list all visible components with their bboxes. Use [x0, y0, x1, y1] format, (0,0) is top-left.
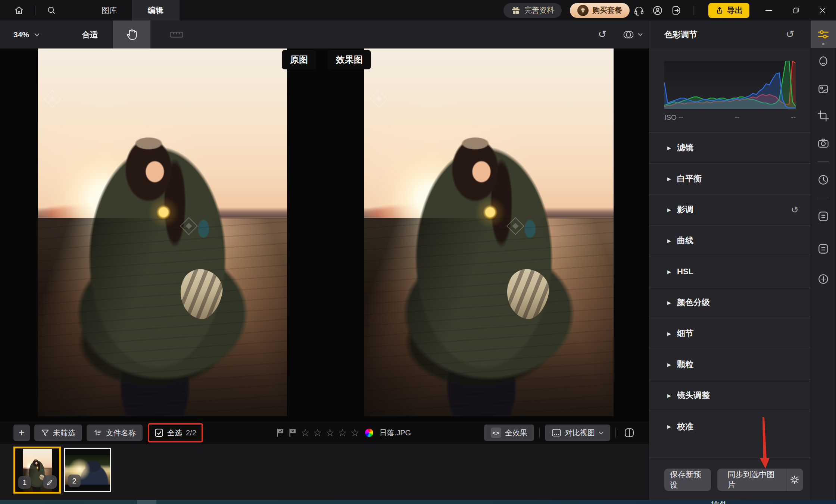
ruler-tool-button[interactable]	[165, 21, 188, 48]
sort-button[interactable]: 文件名称	[87, 425, 143, 441]
star-icon[interactable]: ☆	[313, 428, 322, 438]
restore-button[interactable]	[782, 0, 809, 21]
before-after-control[interactable]	[622, 29, 643, 40]
search-button[interactable]	[38, 0, 65, 21]
section-white-balance[interactable]: ▶ 白平衡	[649, 163, 811, 194]
add-photo-button[interactable]: +	[13, 425, 30, 441]
split-view-button[interactable]	[621, 425, 637, 441]
crop-icon	[817, 109, 830, 123]
view-controls: <> 全效果 对比视图	[484, 425, 637, 441]
section-calibration[interactable]: ▶ 校准	[649, 411, 811, 442]
panel-footer: 保存新预设 同步到选中图片	[649, 457, 811, 500]
logout-button[interactable]	[667, 0, 686, 21]
tone-reset-button[interactable]: ↺	[791, 205, 799, 215]
code-brackets-icon: <>	[491, 428, 501, 438]
panel-header: 色彩调节 ↺	[649, 21, 811, 48]
checkbox-checked-icon[interactable]	[155, 428, 163, 437]
face-icon	[817, 55, 830, 68]
histogram	[664, 61, 796, 109]
headphones-icon	[633, 5, 645, 16]
full-effect-button[interactable]: <> 全效果	[484, 425, 534, 441]
export-button[interactable]: 导出	[708, 3, 749, 18]
right-tool-rail	[811, 21, 836, 500]
panel-reset-button[interactable]: ↺	[786, 29, 794, 40]
tool-add[interactable]	[811, 265, 836, 292]
undo-button[interactable]: ↺	[598, 29, 606, 40]
support-button[interactable]	[630, 0, 648, 21]
minimize-button[interactable]	[755, 0, 782, 21]
thumbnail-1-selected[interactable]: 1	[13, 447, 61, 494]
hand-tool-button[interactable]	[113, 21, 150, 48]
tool-adjustments[interactable]	[811, 21, 836, 48]
canvas-toolbar: 34% 合适 ↺	[0, 21, 649, 48]
tool-portrait[interactable]	[811, 48, 836, 75]
os-taskbar[interactable]: 10:41	[0, 500, 836, 504]
thumbnail-index-badge: 2	[68, 475, 81, 487]
compare-window-icon	[552, 428, 561, 437]
filmstrip: 1 2	[0, 444, 649, 500]
full-effect-label: 全效果	[505, 428, 527, 438]
rating-cluster: ☆ ☆ ☆ ☆ ☆ 日落.JPG	[276, 428, 411, 438]
section-color-grading[interactable]: ▶ 颜色分级	[649, 287, 811, 318]
image-canvas[interactable]: 原图 效果图	[0, 48, 649, 422]
section-detail[interactable]: ▶ 细节	[649, 318, 811, 349]
close-icon	[818, 6, 827, 15]
home-icon	[14, 5, 24, 16]
thumbnail-2[interactable]: 2	[64, 448, 111, 492]
color-label-icon[interactable]	[365, 429, 373, 437]
tool-preset-card-2[interactable]	[811, 235, 836, 262]
tool-camera[interactable]	[811, 129, 836, 157]
tool-history[interactable]	[811, 166, 836, 193]
star-icon[interactable]: ☆	[350, 428, 359, 438]
section-curves[interactable]: ▶ 曲线	[649, 225, 811, 256]
fit-button[interactable]: 合适	[82, 29, 98, 40]
section-filters[interactable]: ▶ 滤镜	[649, 132, 811, 163]
tool-crop[interactable]	[811, 102, 836, 129]
histogram-canvas	[664, 61, 796, 109]
tool-scene[interactable]	[811, 75, 836, 102]
select-all-label[interactable]: 全选	[167, 428, 182, 438]
tab-edit[interactable]: 编辑	[132, 0, 180, 21]
sync-settings-button[interactable]	[786, 469, 803, 491]
camera-icon	[817, 137, 830, 150]
buy-package-button[interactable]: 购买套餐	[570, 3, 630, 18]
section-grain[interactable]: ▶ 颗粒	[649, 349, 811, 380]
account-button[interactable]	[648, 0, 667, 21]
home-button[interactable]	[6, 0, 32, 21]
zoom-level-control[interactable]: 34%	[13, 30, 40, 39]
sync-to-selected-button[interactable]: 同步到选中图片	[717, 469, 786, 491]
close-button[interactable]	[809, 0, 836, 21]
minimize-icon	[765, 10, 772, 11]
star-icon[interactable]: ☆	[301, 428, 310, 438]
photo-effect[interactable]	[364, 48, 614, 416]
app-window: 图库 编辑 完善资料 购买套餐	[0, 0, 836, 504]
flag-pick-icon[interactable]	[276, 428, 285, 438]
taskbar-active-app[interactable]	[137, 500, 156, 504]
logout-icon	[671, 5, 682, 16]
triangle-right-icon: ▶	[667, 331, 671, 336]
flag-reject-icon[interactable]	[288, 428, 297, 438]
tab-gallery[interactable]: 图库	[87, 0, 132, 21]
watermark-icon	[370, 90, 388, 108]
panel-sections: ▶ 滤镜 ▶ 白平衡 ▶ 影调 ↺ ▶ 曲线 ▶ HSL	[649, 132, 811, 442]
sliders-icon	[817, 28, 830, 41]
topbar-right: 完善资料 购买套餐 导出	[503, 0, 836, 21]
compare-circles-icon	[622, 29, 635, 40]
star-icon[interactable]: ☆	[325, 428, 334, 438]
compare-view-button[interactable]: 对比视图	[545, 425, 610, 441]
save-preset-button[interactable]: 保存新预设	[664, 469, 711, 491]
card-icon	[817, 210, 830, 223]
triangle-right-icon: ▶	[667, 300, 671, 306]
section-tone[interactable]: ▶ 影调 ↺	[649, 194, 811, 225]
sort-icon	[93, 429, 102, 436]
exif-shutter: --	[791, 113, 796, 122]
section-lens[interactable]: ▶ 镜头调整	[649, 380, 811, 411]
chevron-down-icon	[34, 33, 40, 37]
tool-preset-card-1[interactable]	[811, 203, 836, 230]
section-hsl[interactable]: ▶ HSL	[649, 256, 811, 287]
triangle-right-icon: ▶	[667, 238, 671, 244]
photo-original[interactable]	[38, 48, 287, 416]
filter-button[interactable]: 未筛选	[34, 425, 82, 441]
star-icon[interactable]: ☆	[338, 428, 347, 438]
complete-profile-button[interactable]: 完善资料	[503, 3, 562, 18]
